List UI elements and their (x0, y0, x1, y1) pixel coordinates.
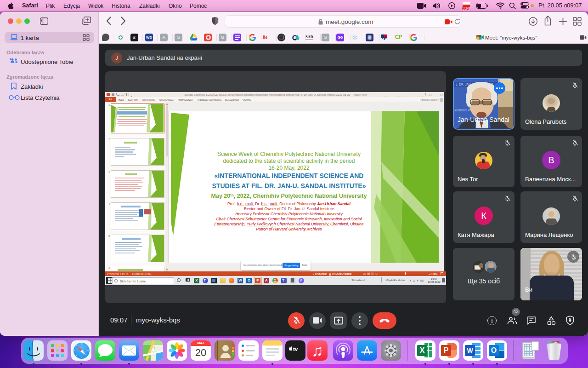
svg-text:tv: tv (293, 346, 298, 352)
